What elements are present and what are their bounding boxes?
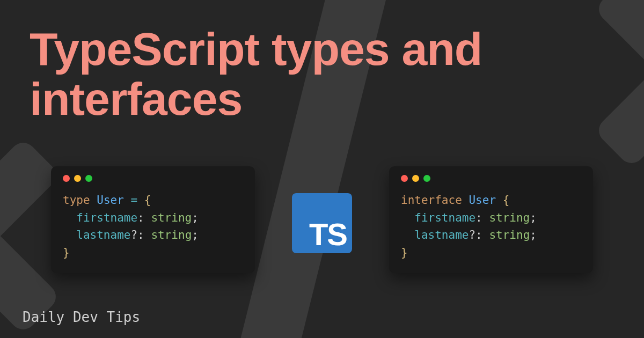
window-traffic-lights	[401, 175, 581, 182]
code-type: string	[489, 229, 530, 241]
code-semicolon: ;	[192, 211, 199, 224]
code-property: firstname	[414, 211, 475, 224]
code-semicolon: ;	[530, 229, 537, 241]
code-semicolon: ;	[530, 211, 537, 224]
code-card-type: type User = { firstname: string; lastnam…	[51, 166, 255, 273]
window-traffic-lights	[63, 175, 243, 182]
minimize-icon	[74, 175, 81, 182]
code-colon: :	[137, 211, 144, 224]
code-equals: =	[130, 194, 137, 207]
code-brace-close: }	[401, 246, 408, 259]
minimize-icon	[412, 175, 419, 182]
code-block-interface: interface User { firstname: string; last…	[401, 192, 581, 261]
typescript-logo: TS	[292, 193, 352, 253]
code-identifier: User	[97, 194, 124, 207]
zoom-icon	[423, 175, 430, 182]
code-colon: :	[475, 211, 482, 224]
zoom-icon	[85, 175, 92, 182]
code-colon: :	[475, 229, 482, 241]
code-type: string	[151, 211, 192, 224]
code-brace-open: {	[144, 194, 151, 207]
code-type: string	[151, 229, 192, 241]
code-optional: ?	[469, 229, 475, 241]
close-icon	[401, 175, 408, 182]
code-brace-open: {	[503, 194, 510, 207]
footer-brand: Daily Dev Tips	[23, 309, 140, 325]
page-title: TypeScript types and interfaces	[30, 24, 614, 124]
code-block-type: type User = { firstname: string; lastnam…	[63, 192, 243, 261]
code-property: lastname	[414, 229, 469, 241]
code-semicolon: ;	[192, 229, 199, 241]
code-property: firstname	[76, 211, 137, 224]
code-keyword: type	[63, 194, 90, 207]
code-optional: ?	[130, 229, 137, 241]
code-keyword: interface	[401, 194, 462, 207]
code-card-interface: interface User { firstname: string; last…	[389, 166, 593, 273]
code-type: string	[489, 211, 530, 224]
code-colon: :	[137, 229, 144, 241]
code-identifier: User	[469, 194, 496, 207]
code-brace-close: }	[63, 246, 70, 259]
code-property: lastname	[76, 229, 130, 241]
close-icon	[63, 175, 70, 182]
typescript-logo-text: TS	[309, 216, 347, 252]
